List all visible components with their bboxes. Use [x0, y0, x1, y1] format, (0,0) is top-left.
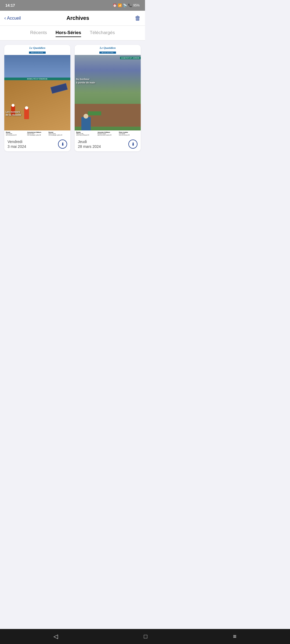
- mag-body-2: HABITAT ET JARDIN Du bonheurà portée de …: [75, 55, 141, 130]
- mag-footer-2: Balade Mille une déc. entre frais et Bea…: [75, 130, 141, 137]
- magazine-card-1[interactable]: Le Quotidien MAGAZINE MOBILITÉ ET ÉNERGI…: [4, 45, 70, 151]
- card-info-1: Vendredi 3 mai 2024 ⬇: [4, 137, 70, 152]
- card-date-day-2: Jeudi: [78, 139, 101, 145]
- mag-footer-col-1b: Jurassienne d'ailleurs Dans le tema d'un…: [27, 131, 47, 136]
- card-date-day-1: Vendredi: [8, 139, 26, 145]
- trash-button[interactable]: 🗑: [135, 15, 141, 22]
- wifi-icon: 📡: [123, 3, 127, 7]
- mag-footer-col-2b: Jurassien d'ailleurs Plusieurs équip. da…: [97, 131, 118, 136]
- brand-sub-2: MAGAZINE: [99, 52, 116, 54]
- mag-footer-col-2a: Balade Mille une déc. entre frais et Bea…: [76, 131, 96, 136]
- mag-brand-2: Le Quotidien MAGAZINE: [75, 45, 141, 55]
- card-date-2: Jeudi 28 mars 2024: [78, 139, 101, 149]
- battery-label: 95%: [133, 3, 140, 7]
- mag-footer-col-2c: Potes à pattes Une équipe hors du common…: [119, 131, 139, 136]
- mag-badge-1: MOBILITÉ ET ÉNERGIE: [4, 78, 70, 80]
- card-info-2: Jeudi 28 mars 2024 ⬇: [75, 137, 141, 152]
- brand-name-1: Le Quotidien: [6, 46, 68, 49]
- tabs-container: Récents Hors-Séries Téléchargés: [0, 26, 145, 41]
- brand-name-2: Le Quotidien: [77, 46, 139, 49]
- alarm-icon: ⏰: [113, 3, 117, 7]
- chevron-left-icon: ‹: [4, 15, 6, 21]
- magazine-grid: Le Quotidien MAGAZINE MOBILITÉ ET ÉNERGI…: [4, 45, 141, 151]
- tab-hors-series[interactable]: Hors-Séries: [56, 30, 81, 37]
- mag-brand-1: Le Quotidien MAGAZINE: [4, 45, 70, 55]
- mag-footer-1: Balade Une randée de fin de journée 04 J…: [4, 130, 70, 137]
- download-button-1[interactable]: ⬇: [58, 140, 67, 149]
- status-time: 14:17: [5, 3, 15, 8]
- tab-telecharges[interactable]: Téléchargés: [90, 30, 115, 37]
- tab-recents[interactable]: Récents: [30, 30, 47, 37]
- brand-sub-1: MAGAZINE: [29, 52, 46, 54]
- magazine-cover-1: Le Quotidien MAGAZINE MOBILITÉ ET ÉNERGI…: [4, 45, 70, 137]
- mag-headline-2: Du bonheurà portée de main: [76, 78, 95, 84]
- page-title: Archives: [67, 15, 89, 21]
- magazine-cover-2: Le Quotidien MAGAZINE HABITAT ET JARDIN …: [75, 45, 141, 137]
- mag-body-1: MOBILITÉ ET ÉNERGIE Les moteursde la réu…: [4, 55, 70, 130]
- content-area: Le Quotidien MAGAZINE MOBILITÉ ET ÉNERGI…: [0, 41, 145, 156]
- back-label: Accueil: [7, 16, 21, 21]
- card-date-full-2: 28 mars 2024: [78, 144, 101, 149]
- mag-footer-col-1a: Balade Une randée de fin de journée 04: [6, 131, 26, 136]
- back-button[interactable]: ‹ Accueil: [4, 15, 21, 21]
- tabs: Récents Hors-Séries Téléchargés: [0, 30, 145, 40]
- mag-footer-col-1c: Dossier Dans le tema d'un boulanger cycl…: [49, 131, 69, 136]
- call-icon: 📞: [128, 3, 132, 7]
- status-bar: 14:17 ⏰ 📶 📡 📞 95%: [0, 0, 145, 11]
- signal-icon: 📶: [118, 3, 122, 7]
- mag-badge-2: HABITAT ET JARDIN: [120, 57, 141, 59]
- nav-bar: ‹ Accueil Archives 🗑: [0, 11, 145, 26]
- download-button-2[interactable]: ⬇: [128, 140, 137, 149]
- magazine-card-2[interactable]: Le Quotidien MAGAZINE HABITAT ET JARDIN …: [75, 45, 141, 151]
- mag-headline-1: Les moteursde la réussite: [6, 111, 21, 117]
- status-left-icons: ⏰ 📶 📡 📞 95%: [113, 3, 140, 7]
- card-date-1: Vendredi 3 mai 2024: [8, 139, 26, 149]
- card-date-full-1: 3 mai 2024: [8, 144, 26, 149]
